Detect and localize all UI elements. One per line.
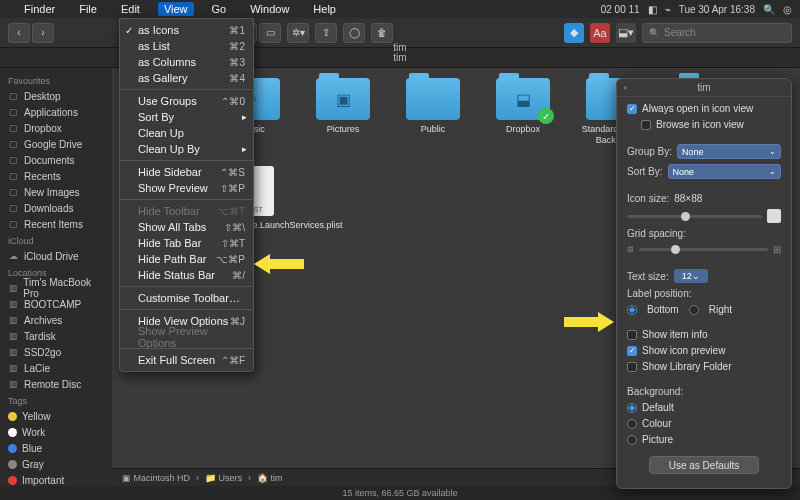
icon-size-value: 88×88 [674, 193, 702, 204]
use-as-defaults-button[interactable]: Use as Defaults [649, 456, 759, 474]
folder-icon: ▣ [316, 78, 370, 120]
path-seg-3[interactable]: 🏠 tim [257, 473, 283, 483]
sidebar-item[interactable]: ▢Recents [0, 168, 112, 184]
view-menu-customise-toolbar-[interactable]: Customise Toolbar… [120, 290, 253, 306]
sidebar-tag[interactable]: Important [0, 472, 112, 486]
group-by-select[interactable]: None [677, 144, 781, 159]
folder-icon: ▢ [8, 219, 19, 230]
sidebar-item[interactable]: ▥Tim's MacBook Pro [0, 280, 112, 296]
view-menu-as-columns[interactable]: as Columns⌘3 [120, 54, 253, 70]
browse-checkbox[interactable] [641, 120, 651, 130]
tab-current[interactable]: tim [393, 52, 406, 63]
path-seg-2[interactable]: 📁 Users [205, 473, 242, 483]
file-item[interactable]: ⬓✓Dropbox [486, 78, 560, 146]
menu-window[interactable]: Window [244, 2, 295, 16]
sidebar-head-fav: Favourites [0, 72, 112, 88]
show-library-checkbox[interactable] [627, 362, 637, 372]
bg-picture-radio[interactable] [627, 435, 637, 445]
view-menu-sort-by[interactable]: Sort By [120, 109, 253, 125]
tags-button[interactable]: ◯ [343, 23, 365, 43]
view-gallery-button[interactable]: ▭ [259, 23, 281, 43]
view-menu-dropdown[interactable]: as Icons⌘1as List⌘2as Columns⌘3as Galler… [119, 18, 254, 372]
file-item[interactable]: ▣Pictures [306, 78, 380, 146]
sidebar-item[interactable]: ▥Archives [0, 312, 112, 328]
search-input[interactable]: Search [642, 23, 792, 43]
grid-spacing-slider[interactable] [639, 248, 768, 251]
sidebar-item[interactable]: ▢Google Drive [0, 136, 112, 152]
sidebar-item[interactable]: ▢Dropbox [0, 120, 112, 136]
sidebar-item[interactable]: ▢Applications [0, 104, 112, 120]
menubar: Finder File Edit View Go Window Help 02 … [0, 0, 800, 18]
menu-edit[interactable]: Edit [115, 2, 146, 16]
drive-icon: ▥ [8, 283, 18, 294]
sidebar-item[interactable]: ▥Tardisk [0, 328, 112, 344]
view-menu-as-list[interactable]: as List⌘2 [120, 38, 253, 54]
view-menu-hide-tab-bar[interactable]: Hide Tab Bar⇧⌘T [120, 235, 253, 251]
view-menu-exit-full-screen[interactable]: Exit Full Screen⌃⌘F [120, 352, 253, 368]
text-size-select[interactable]: 12 ⌄ [674, 269, 708, 283]
view-menu-use-groups[interactable]: Use Groups⌃⌘0 [120, 93, 253, 109]
sidebar-item[interactable]: ▢Desktop [0, 88, 112, 104]
toolbar-app-icon-2[interactable]: Aa [590, 23, 610, 43]
always-open-checkbox[interactable]: ✓ [627, 104, 637, 114]
sidebar-item[interactable]: ▢Recent Items [0, 216, 112, 232]
menu-app[interactable]: Finder [18, 2, 61, 16]
view-menu-hide-sidebar[interactable]: Hide Sidebar⌃⌘S [120, 164, 253, 180]
back-button[interactable]: ‹ [8, 23, 30, 43]
view-menu-clean-up-by[interactable]: Clean Up By [120, 141, 253, 157]
folder-icon: ▢ [8, 91, 19, 102]
forward-button[interactable]: › [32, 23, 54, 43]
sort-by-select[interactable]: None [668, 164, 781, 179]
delete-button[interactable]: 🗑 [371, 23, 393, 43]
path-seg-1[interactable]: ▣ Macintosh HD [122, 473, 190, 483]
sidebar-item[interactable]: ▢Documents [0, 152, 112, 168]
sidebar-tag[interactable]: Blue [0, 440, 112, 456]
wifi-icon[interactable]: ⌁ [665, 4, 671, 15]
sidebar-item[interactable]: ▢New Images [0, 184, 112, 200]
bg-colour-radio[interactable] [627, 419, 637, 429]
annotation-arrow-2 [564, 312, 614, 332]
menu-file[interactable]: File [73, 2, 103, 16]
view-options-panel[interactable]: tim ✓Always open in icon view Browse in … [616, 78, 792, 489]
clock-text[interactable]: Tue 30 Apr 16:38 [679, 4, 755, 15]
view-menu-clean-up[interactable]: Clean Up [120, 125, 253, 141]
view-menu-hide-status-bar[interactable]: Hide Status Bar⌘/ [120, 267, 253, 283]
sidebar-item[interactable]: ☁iCloud Drive [0, 248, 112, 264]
file-label: Pictures [327, 124, 360, 135]
view-menu-show-preview[interactable]: Show Preview⇧⌘P [120, 180, 253, 196]
sort-by-label: Sort By: [627, 166, 663, 177]
view-menu-as-gallery[interactable]: as Gallery⌘4 [120, 70, 253, 86]
label-pos-bottom-text: Bottom [647, 304, 679, 315]
sidebar-tag[interactable]: Yellow [0, 408, 112, 424]
arrange-button[interactable]: ✲▾ [287, 23, 309, 43]
view-menu-as-icons[interactable]: as Icons⌘1 [120, 22, 253, 38]
sidebar-tag[interactable]: Gray [0, 456, 112, 472]
menu-go[interactable]: Go [206, 2, 233, 16]
show-item-info-checkbox[interactable] [627, 330, 637, 340]
sidebar-item[interactable]: ▥SSD2go [0, 344, 112, 360]
view-menu-show-all-tabs[interactable]: Show All Tabs⇧⌘\ [120, 219, 253, 235]
file-item[interactable]: Public [396, 78, 470, 146]
spotlight-icon[interactable]: 🔍 [763, 4, 775, 15]
bg-default-radio[interactable] [627, 403, 637, 413]
toolbar-app-icon-1[interactable]: ◆ [564, 23, 584, 43]
sidebar-tag[interactable]: Work [0, 424, 112, 440]
siri-icon[interactable]: ◎ [783, 4, 792, 15]
label-pos-right-radio[interactable] [689, 305, 699, 315]
sidebar-item[interactable]: ▢Downloads [0, 200, 112, 216]
dropbox-toolbar-icon[interactable]: ⬓▾ [616, 23, 636, 43]
share-button[interactable]: ⇪ [315, 23, 337, 43]
menu-view[interactable]: View [158, 2, 194, 16]
view-menu-hide-path-bar[interactable]: Hide Path Bar⌥⌘P [120, 251, 253, 267]
sidebar-item[interactable]: ▥LaCie [0, 360, 112, 376]
tag-dot-icon [8, 460, 17, 469]
view-menu-show-preview-options: Show Preview Options [120, 329, 253, 345]
sidebar-item[interactable]: ▥Remote Disc [0, 376, 112, 392]
show-icon-preview-checkbox[interactable]: ✓ [627, 346, 637, 356]
menu-help[interactable]: Help [307, 2, 342, 16]
label-pos-bottom-radio[interactable] [627, 305, 637, 315]
icon-size-slider[interactable] [627, 215, 762, 218]
bg-picture-label: Picture [642, 434, 673, 445]
sidebar[interactable]: Favourites ▢Desktop▢Applications▢Dropbox… [0, 68, 112, 486]
battery-icon[interactable]: ◧ [648, 4, 657, 15]
